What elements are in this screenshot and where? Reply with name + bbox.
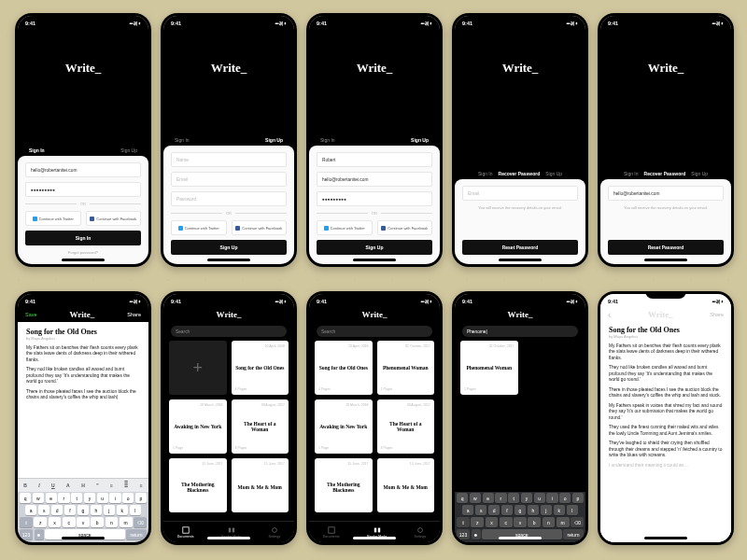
- key-h[interactable]: h: [91, 505, 102, 515]
- doc-card[interactable]: 10 April, 2018Song for the Old Ones4 Pag…: [232, 341, 289, 395]
- key-u[interactable]: u: [534, 493, 545, 503]
- key-j[interactable]: j: [541, 505, 552, 515]
- key-v[interactable]: v: [514, 517, 527, 527]
- doc-card[interactable]: 10 April, 2018Song for the Old Ones4 Pag…: [315, 341, 373, 395]
- key-b[interactable]: b: [528, 517, 541, 527]
- email-field[interactable]: hello@robertanitei.com: [608, 186, 724, 201]
- key-w[interactable]: w: [33, 493, 44, 503]
- doc-card[interactable]: 03 August, 2017The Heart of a Woman3 Pag…: [377, 399, 435, 454]
- heading-button[interactable]: H: [81, 483, 85, 488]
- key-return[interactable]: return: [563, 529, 584, 539]
- key-a[interactable]: a: [462, 505, 473, 515]
- key-h[interactable]: h: [528, 505, 539, 515]
- doc-card[interactable]: 02 October, 2017Phenomenal Woman1 Pages: [460, 341, 518, 395]
- email-field[interactable]: Email: [462, 186, 578, 201]
- doc-card[interactable]: 20 March, 2018Awaking in New York1 Page: [315, 399, 373, 454]
- key-b[interactable]: b: [91, 517, 104, 527]
- key-⇧[interactable]: ⇧: [20, 517, 33, 527]
- tab-recover[interactable]: Recover Password: [644, 168, 686, 179]
- reader-body[interactable]: Song for the Old Ones by Maya Angelou My…: [600, 322, 731, 542]
- key-n[interactable]: n: [106, 517, 119, 527]
- continue-twitter-button[interactable]: Continue with Twitter: [317, 220, 373, 235]
- key-c[interactable]: c: [500, 517, 513, 527]
- back-button[interactable]: ‹: [608, 310, 611, 320]
- doc-card[interactable]: 15 June, 2017The Mothering Blackness: [169, 458, 227, 512]
- key-l[interactable]: l: [130, 505, 141, 515]
- tab-signin[interactable]: Sign In: [29, 145, 45, 156]
- tab-signin[interactable]: Sign In: [175, 134, 190, 146]
- forgot-password-link[interactable]: Forgot password?: [25, 250, 141, 255]
- document-body[interactable]: Song for the Old Ones by Maya Angelou My…: [18, 322, 148, 478]
- doc-card[interactable]: 20 March, 2018Awaking in New York1 Page: [169, 399, 227, 454]
- key-w[interactable]: w: [470, 493, 481, 503]
- key-r[interactable]: r: [495, 493, 506, 503]
- password-field[interactable]: ●●●●●●●●●: [317, 191, 432, 206]
- key-r[interactable]: r: [58, 493, 69, 503]
- key-f[interactable]: f: [64, 505, 76, 515]
- key-i[interactable]: i: [109, 493, 120, 503]
- underline-button[interactable]: U: [51, 483, 55, 488]
- quote-button[interactable]: ": [96, 483, 98, 488]
- name-field[interactable]: Robert: [317, 152, 432, 167]
- password-field[interactable]: Password: [171, 191, 287, 206]
- align-center-button[interactable]: ≣: [124, 483, 128, 488]
- key-x[interactable]: x: [486, 517, 499, 527]
- key-i[interactable]: i: [546, 493, 557, 503]
- key-o[interactable]: o: [122, 493, 134, 503]
- tab-documents[interactable]: Documents: [323, 526, 340, 539]
- tab-settings[interactable]: Settings: [415, 526, 427, 539]
- search-input[interactable]: Search: [317, 326, 432, 337]
- key-return[interactable]: return: [126, 529, 147, 539]
- key-⇧[interactable]: ⇧: [457, 517, 470, 527]
- key-a[interactable]: a: [25, 505, 36, 515]
- key-y[interactable]: y: [84, 493, 95, 503]
- key-d[interactable]: d: [488, 505, 500, 515]
- key-m[interactable]: m: [120, 517, 133, 527]
- share-button[interactable]: Share: [710, 312, 724, 317]
- continue-facebook-button[interactable]: Continue with Facebook: [377, 220, 433, 235]
- key-123[interactable]: 123: [20, 529, 33, 539]
- key-k[interactable]: k: [117, 505, 128, 515]
- tab-signin[interactable]: Sign In: [320, 134, 335, 146]
- name-field[interactable]: Name: [171, 152, 287, 167]
- tab-signin[interactable]: Sign In: [624, 168, 639, 179]
- signin-button[interactable]: Sign In: [25, 231, 141, 245]
- tab-documents[interactable]: Documents: [177, 526, 194, 539]
- key-⌫[interactable]: ⌫: [571, 517, 584, 527]
- tab-signup[interactable]: Sign Up: [545, 168, 562, 179]
- key-k[interactable]: k: [554, 505, 565, 515]
- key-o[interactable]: o: [559, 493, 571, 503]
- key-l[interactable]: l: [567, 505, 578, 515]
- reset-password-button[interactable]: Reset Password: [608, 240, 724, 255]
- tab-signup[interactable]: Sign Up: [265, 134, 283, 146]
- key-q[interactable]: q: [20, 493, 31, 503]
- tab-signup[interactable]: Sign Up: [691, 168, 708, 179]
- key-⌫[interactable]: ⌫: [134, 517, 147, 527]
- key-z[interactable]: z: [471, 517, 484, 527]
- key-z[interactable]: z: [34, 517, 47, 527]
- key-emoji[interactable]: ☻: [35, 529, 44, 539]
- password-field[interactable]: ●●●●●●●●●: [25, 182, 141, 197]
- key-e[interactable]: e: [483, 493, 494, 503]
- font-button[interactable]: A: [66, 483, 70, 488]
- tab-signup[interactable]: Sign Up: [120, 145, 137, 156]
- search-input[interactable]: Phenome|: [462, 326, 578, 337]
- key-d[interactable]: d: [51, 505, 63, 515]
- signup-button[interactable]: Sign Up: [317, 240, 432, 255]
- doc-card[interactable]: 15 June, 2017Mom & Me & Mom: [377, 458, 435, 512]
- email-field[interactable]: Email: [171, 172, 287, 187]
- align-left-button[interactable]: ≡: [110, 483, 113, 488]
- keyboard[interactable]: qwertyuiop asdfghjkl ⇧zxcvbnm⌫ 123 ☻ spa…: [18, 492, 148, 542]
- key-j[interactable]: j: [104, 505, 115, 515]
- key-s[interactable]: s: [475, 505, 486, 515]
- tab-signin[interactable]: Sign In: [478, 168, 493, 179]
- key-e[interactable]: e: [46, 493, 57, 503]
- key-u[interactable]: u: [97, 493, 108, 503]
- tab-settings[interactable]: Settings: [269, 526, 281, 539]
- tab-signup[interactable]: Sign Up: [411, 134, 429, 146]
- email-field[interactable]: hello@robertanitei.com: [317, 172, 432, 187]
- continue-facebook-button[interactable]: Continue with Facebook: [232, 220, 288, 235]
- key-g[interactable]: g: [514, 505, 526, 515]
- new-document-button[interactable]: +: [169, 341, 227, 395]
- italic-button[interactable]: I: [38, 483, 39, 488]
